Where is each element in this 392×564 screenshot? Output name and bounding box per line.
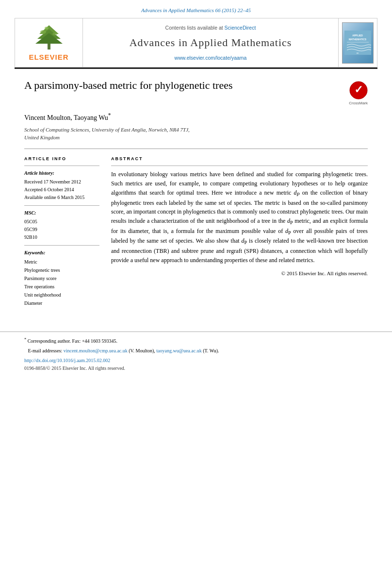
affiliation: School of Computing Sciences, University… bbox=[24, 126, 368, 142]
copyright-notice: © 2015 Elsevier Inc. All rights reserved… bbox=[111, 270, 368, 277]
abstract-divider bbox=[111, 166, 368, 166]
keyword-6: Diameter bbox=[24, 299, 99, 307]
svg-text:APPLIED: APPLIED bbox=[352, 34, 363, 37]
svg-point-5 bbox=[52, 33, 57, 35]
science-direct-link[interactable]: ScienceDirect bbox=[225, 25, 256, 31]
svg-rect-0 bbox=[48, 44, 50, 50]
article-title: A parsimony-based metric for phylogeneti… bbox=[24, 79, 342, 93]
science-direct-label: Contents lists available at bbox=[165, 25, 225, 31]
two-column-layout: ARTICLE INFO Article history: Received 1… bbox=[24, 156, 368, 308]
history-label: Article history: bbox=[24, 170, 99, 177]
author-names: Vincent Moulton, Taoyang Wu* bbox=[24, 114, 111, 121]
dp-metric-ref: dP bbox=[287, 217, 293, 224]
doi-link[interactable]: http://dx.doi.org/10.1016/j.aam.2015.02.… bbox=[24, 358, 110, 363]
keyword-3: Parsimony score bbox=[24, 274, 99, 282]
cover-art: APPLIED MATHEMATICS 66 bbox=[344, 31, 371, 55]
elsevier-tree-icon bbox=[30, 23, 68, 50]
content-divider bbox=[24, 149, 368, 149]
page: Advances in Applied Mathematics 66 (2015… bbox=[0, 0, 392, 564]
email-footnote: E-mail addresses: vincent.moulton@cmp.ue… bbox=[24, 347, 368, 354]
article-info-column: ARTICLE INFO Article history: Received 1… bbox=[24, 156, 99, 308]
svg-point-4 bbox=[40, 30, 46, 34]
keyword-2: Phylogenetic trees bbox=[24, 266, 99, 274]
affiliation-line1: School of Computing Sciences, University… bbox=[24, 127, 190, 133]
journal-url[interactable]: www.elsevier.com/locate/yaama bbox=[175, 54, 247, 62]
keyword-4: Tree operations bbox=[24, 282, 99, 291]
article-info-heading: ARTICLE INFO bbox=[24, 156, 99, 162]
received-date: Received 17 November 2012 Accepted 6 Oct… bbox=[24, 178, 99, 201]
doi-line: http://dx.doi.org/10.1016/j.aam.2015.02.… bbox=[24, 357, 392, 364]
journal-header: ELSEVIER Contents lists available at Sci… bbox=[15, 18, 377, 67]
svg-point-6 bbox=[45, 27, 49, 30]
keyword-1: Metric bbox=[24, 258, 99, 266]
authors-line: Vincent Moulton, Taoyang Wu* bbox=[24, 112, 368, 123]
keyword-5: Unit neighborhood bbox=[24, 291, 99, 299]
crossmark-section: ✓ CrossMark bbox=[349, 81, 368, 106]
abstract-body: In evolutionary biology various metrics … bbox=[111, 170, 368, 265]
issn-line: 0196-8858/© 2015 Elsevier Inc. All right… bbox=[24, 365, 392, 372]
corresponding-asterisk: * bbox=[108, 113, 111, 119]
main-content: A parsimony-based metric for phylogeneti… bbox=[0, 69, 392, 317]
msc-divider bbox=[24, 205, 99, 206]
footer-section: * Corresponding author. Fax: +44 1603 59… bbox=[0, 332, 392, 354]
abstract-column: ABSTRACT In evolutionary biology various… bbox=[111, 156, 368, 308]
keywords-list: Metric Phylogenetic trees Parsimony scor… bbox=[24, 258, 99, 307]
msc-label: MSC: bbox=[24, 210, 99, 216]
corresponding-footnote: * Corresponding author. Fax: +44 1603 59… bbox=[24, 337, 368, 345]
crossmark-icon: ✓ bbox=[349, 81, 368, 100]
keywords-label: Keywords: bbox=[24, 249, 99, 256]
email1-link[interactable]: vincent.moulton@cmp.uea.ac.uk bbox=[64, 348, 128, 353]
journal-ref-text: Advances in Applied Mathematics 66 (2015… bbox=[141, 7, 251, 13]
email2-name: (T. Wu). bbox=[203, 348, 219, 353]
svg-text:66: 66 bbox=[357, 52, 359, 54]
article-title-row: A parsimony-based metric for phylogeneti… bbox=[24, 79, 368, 106]
footnote-star: * bbox=[24, 337, 26, 342]
elsevier-logo: ELSEVIER bbox=[29, 23, 68, 62]
msc-codes: 05C05 05C99 92B10 bbox=[24, 218, 99, 241]
journal-title-section: Contents lists available at ScienceDirec… bbox=[83, 18, 338, 67]
elsevier-logo-section: ELSEVIER bbox=[15, 18, 83, 67]
email-label: E-mail addresses: bbox=[28, 348, 63, 353]
dp-max-ref: dP bbox=[285, 228, 291, 234]
journal-cover-section: APPLIED MATHEMATICS 66 bbox=[338, 18, 377, 67]
journal-cover-image: APPLIED MATHEMATICS 66 bbox=[342, 22, 374, 64]
science-direct-line: Contents lists available at ScienceDirec… bbox=[165, 24, 256, 32]
abstract-heading: ABSTRACT bbox=[111, 156, 368, 162]
elsevier-text: ELSEVIER bbox=[29, 52, 68, 62]
svg-text:MATHEMATICS: MATHEMATICS bbox=[349, 38, 367, 41]
svg-text:✓: ✓ bbox=[354, 83, 363, 96]
affiliation-line2: United Kingdom bbox=[24, 134, 60, 140]
journal-reference: Advances in Applied Mathematics 66 (2015… bbox=[0, 0, 392, 18]
keywords-divider bbox=[24, 245, 99, 246]
email2-link[interactable]: taoyang.wu@uea.ac.uk bbox=[156, 348, 201, 353]
corresponding-author-label: Corresponding author. Fax: +44 1603 5933… bbox=[28, 339, 117, 344]
email1-name: (V. Moulton), bbox=[129, 348, 155, 353]
info-divider bbox=[24, 166, 99, 166]
crossmark-label: CrossMark bbox=[349, 100, 368, 106]
dp-show-ref: dP bbox=[242, 237, 247, 244]
journal-main-title: Advances in Applied Mathematics bbox=[130, 35, 292, 50]
metric-dp: dP bbox=[294, 189, 300, 196]
